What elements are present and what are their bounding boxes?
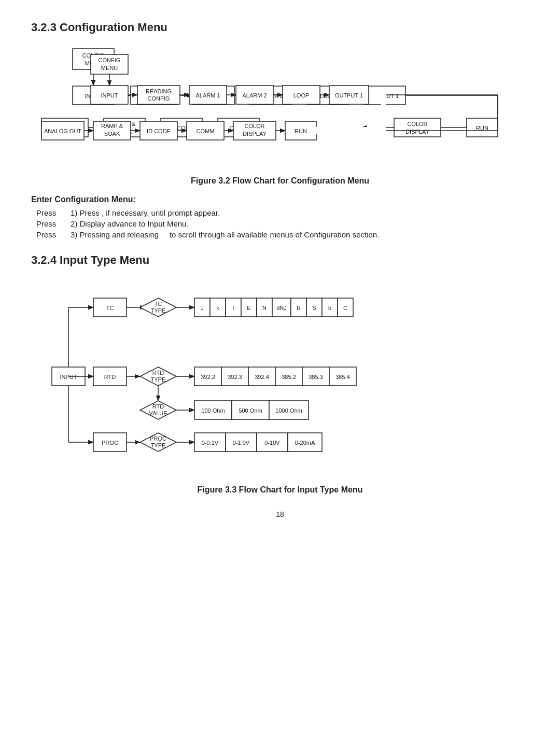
svg-text:LOOP: LOOP bbox=[293, 92, 310, 98]
svg-text:385.2: 385.2 bbox=[282, 374, 296, 380]
svg-rect-98 bbox=[311, 127, 384, 134]
svg-text:392.4: 392.4 bbox=[255, 374, 269, 380]
svg-text:TC: TC bbox=[106, 305, 114, 311]
fig3-caption: Figure 3.3 Flow Chart for Input Type Men… bbox=[31, 485, 529, 495]
svg-text:READING: READING bbox=[146, 88, 172, 94]
svg-text:500 Ohm: 500 Ohm bbox=[239, 407, 262, 414]
svg-text:INPUT: INPUT bbox=[60, 374, 77, 380]
press-label-3: Press bbox=[36, 230, 62, 239]
svg-text:t: t bbox=[232, 305, 234, 311]
svg-text:TYPE: TYPE bbox=[151, 442, 166, 448]
press-rows: Press 1) Press , if necessary, until pro… bbox=[31, 208, 529, 239]
svg-text:TYPE: TYPE bbox=[151, 376, 166, 383]
press-desc-2: 2) Display advance to Input Menu. bbox=[71, 219, 189, 228]
svg-text:DISPLAY: DISPLAY bbox=[243, 131, 267, 137]
press-desc-3: 3) Pressing and releasing to scroll thro… bbox=[71, 230, 379, 239]
svg-text:J: J bbox=[201, 305, 204, 311]
enter-config-title: Enter Configuration Menu: bbox=[31, 195, 529, 204]
svg-text:k: k bbox=[216, 305, 219, 311]
svg-text:392.2: 392.2 bbox=[201, 374, 215, 380]
svg-text:ANALOG OUT: ANALOG OUT bbox=[44, 128, 81, 134]
svg-text:C: C bbox=[343, 305, 347, 311]
svg-text:TC: TC bbox=[155, 301, 162, 307]
svg-text:S: S bbox=[312, 305, 316, 311]
svg-text:0-1.0V: 0-1.0V bbox=[233, 440, 250, 446]
config-flowchart-clean: CONFIG MENU INPUT READING CONFIG ALARM 1… bbox=[31, 50, 529, 171]
svg-text:MENU: MENU bbox=[101, 65, 118, 71]
svg-text:0-0.1V: 0-0.1V bbox=[202, 440, 219, 446]
svg-text:E: E bbox=[247, 305, 250, 311]
press-row-1: Press 1) Press , if necessary, until pro… bbox=[36, 208, 529, 217]
press-label-1: Press bbox=[36, 208, 62, 217]
svg-text:dNJ: dNJ bbox=[276, 305, 287, 311]
svg-text:N: N bbox=[262, 305, 267, 311]
svg-text:COMM: COMM bbox=[197, 128, 215, 134]
fig2-caption: Figure 3.2 Flow Chart for Configuration … bbox=[31, 176, 529, 186]
svg-text:392.3: 392.3 bbox=[228, 374, 242, 380]
press-row-2: Press 2) Display advance to Input Menu. bbox=[36, 219, 529, 228]
svg-text:PROC: PROC bbox=[150, 435, 166, 442]
section-324-title: 3.2.4 Input Type Menu bbox=[31, 254, 529, 267]
svg-text:1000 Ohm: 1000 Ohm bbox=[275, 407, 302, 414]
press-label-2: Press bbox=[36, 219, 62, 228]
svg-text:OUTPUT 1: OUTPUT 1 bbox=[335, 92, 363, 98]
svg-text:385.4: 385.4 bbox=[335, 374, 350, 380]
svg-text:R: R bbox=[297, 305, 301, 311]
svg-text:CONFIG: CONFIG bbox=[99, 57, 121, 63]
svg-text:ALARM 1: ALARM 1 bbox=[195, 92, 220, 98]
svg-text:CONFIG: CONFIG bbox=[148, 95, 170, 102]
svg-text:100 Ohm: 100 Ohm bbox=[201, 407, 225, 414]
svg-text:RTD: RTD bbox=[104, 374, 116, 380]
svg-text:PROC: PROC bbox=[102, 440, 118, 446]
svg-text:TYPE: TYPE bbox=[151, 307, 166, 314]
svg-text:RAMP &: RAMP & bbox=[101, 123, 123, 129]
section-323-title: 3.2.3 Configuration Menu bbox=[31, 21, 529, 34]
svg-text:0-20mA: 0-20mA bbox=[295, 440, 315, 446]
svg-text:RTD: RTD bbox=[152, 403, 164, 410]
svg-text:0-10V: 0-10V bbox=[264, 440, 280, 446]
press-row-3: Press 3) Pressing and releasing to scrol… bbox=[36, 230, 529, 239]
enter-config-section: Enter Configuration Menu: Press 1) Press… bbox=[31, 195, 529, 239]
svg-text:INPUT: INPUT bbox=[101, 92, 118, 98]
svg-text:385.3: 385.3 bbox=[309, 374, 323, 380]
input-type-flowchart: INPUT TC TC TYPE J k t E N dNJ R S b C bbox=[47, 276, 513, 480]
svg-text:SOAK: SOAK bbox=[104, 131, 120, 137]
svg-text:RTD: RTD bbox=[152, 370, 164, 376]
svg-text:COLOR: COLOR bbox=[244, 123, 264, 129]
svg-text:ID CODE: ID CODE bbox=[147, 128, 171, 134]
svg-text:b: b bbox=[328, 305, 331, 311]
svg-text:ALARM 2: ALARM 2 bbox=[242, 92, 267, 98]
page-number: 18 bbox=[31, 510, 529, 518]
svg-text:VALUE: VALUE bbox=[149, 410, 167, 416]
press-desc-1: 1) Press , if necessary, until prompt ap… bbox=[71, 208, 220, 217]
svg-text:RUN: RUN bbox=[295, 128, 307, 134]
